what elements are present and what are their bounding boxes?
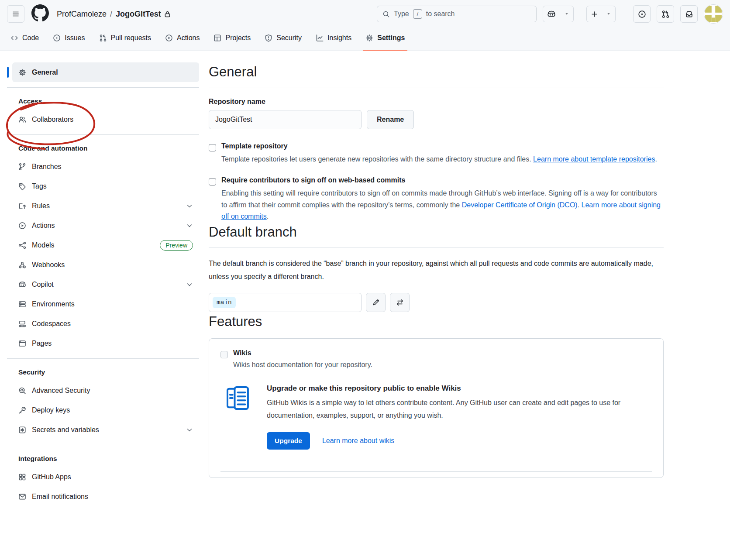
sidebar-item-secrets-and-variables[interactable]: Secrets and variables xyxy=(7,420,199,440)
code-scan-icon xyxy=(18,387,26,395)
default-branch-heading: Default branch xyxy=(209,224,664,247)
pencil-icon xyxy=(372,299,380,306)
gear-icon xyxy=(18,69,26,76)
sidebar-item-rules[interactable]: Rules xyxy=(7,196,199,216)
wikis-setting: Wikis Wikis host documentation for your … xyxy=(220,349,652,371)
sidebar-item-advanced-security[interactable]: Advanced Security xyxy=(7,381,199,400)
description-text: . xyxy=(655,155,657,163)
inbox-button[interactable] xyxy=(680,5,698,23)
tab-settings[interactable]: Settings xyxy=(358,30,412,51)
tab-pull-requests[interactable]: Pull requests xyxy=(92,30,158,51)
tab-actions[interactable]: Actions xyxy=(158,30,207,51)
caret-down-icon xyxy=(606,11,611,17)
sidebar-item-general[interactable]: General xyxy=(7,62,199,82)
hamburger-menu-button[interactable] xyxy=(7,5,24,23)
dco-link[interactable]: Developer Certificate of Origin (DCO) xyxy=(462,201,578,209)
switch-branch-button[interactable] xyxy=(390,293,410,312)
default-branch-field: main xyxy=(209,293,362,312)
sidebar-item-email-notifications[interactable]: Email notifications xyxy=(7,487,199,506)
chevron-down-icon xyxy=(186,203,193,210)
signoff-checkbox[interactable] xyxy=(209,178,216,186)
tab-label: Pull requests xyxy=(111,34,152,42)
slash-key-hint: / xyxy=(413,9,422,19)
webhook-icon xyxy=(18,261,26,269)
breadcrumb: ProfCamoleze / JogoGitTest xyxy=(57,10,171,19)
template-repositories-link[interactable]: Learn more about template repositories xyxy=(533,155,655,163)
wikis-learn-more-link[interactable]: Learn more about wikis xyxy=(322,437,394,445)
tab-label: Actions xyxy=(177,34,200,42)
user-avatar[interactable] xyxy=(704,4,723,24)
repository-name-input[interactable] xyxy=(209,110,362,129)
sidebar-item-environments[interactable]: Environments xyxy=(7,294,199,314)
sidebar-section-code-and-automation: Code and automation xyxy=(7,140,199,157)
search-input[interactable]: Type / to search xyxy=(377,6,537,22)
header-row: ProfCamoleze / JogoGitTest Type / to sea… xyxy=(0,3,730,24)
inbox-icon xyxy=(685,10,693,18)
shield-icon xyxy=(265,34,272,42)
sidebar-item-github-apps[interactable]: GitHub Apps xyxy=(7,467,199,487)
features-card-divider xyxy=(220,471,652,472)
issue-opened-icon xyxy=(638,10,646,18)
rename-branch-button[interactable] xyxy=(366,293,386,312)
codespaces-icon xyxy=(18,320,26,328)
search-placeholder-suffix: to search xyxy=(426,10,455,18)
sidebar-item-actions[interactable]: Actions xyxy=(7,216,199,235)
github-logo[interactable] xyxy=(31,4,49,24)
gear-icon xyxy=(365,34,373,42)
repository-name-label: Repository name xyxy=(209,98,664,106)
rename-button[interactable]: Rename xyxy=(367,110,414,129)
signoff-description: Enabling this setting will require contr… xyxy=(221,188,664,222)
sidebar-divider xyxy=(7,87,199,88)
tab-insights[interactable]: Insights xyxy=(309,30,358,51)
wiki-document-icon xyxy=(222,384,254,412)
sidebar-item-pages[interactable]: Pages xyxy=(7,333,199,353)
tab-label: Insights xyxy=(327,34,351,42)
sidebar-item-models[interactable]: Models Preview xyxy=(7,235,199,255)
copilot-button[interactable] xyxy=(543,6,574,22)
wikis-checkbox[interactable] xyxy=(220,351,228,358)
breadcrumb-repo-label: JogoGitTest xyxy=(116,10,161,19)
copilot-dropdown-caret[interactable] xyxy=(560,6,573,22)
sidebar-item-webhooks[interactable]: Webhooks xyxy=(7,255,199,275)
wikis-upgrade-block: Upgrade or make this repository public t… xyxy=(220,384,652,450)
settings-sidebar: General Access Collaborators Code and au… xyxy=(7,62,199,506)
tab-projects[interactable]: Projects xyxy=(207,30,258,51)
issues-button[interactable] xyxy=(633,5,651,23)
tab-code[interactable]: Code xyxy=(3,30,46,51)
tab-label: Projects xyxy=(225,34,251,42)
sidebar-item-collaborators[interactable]: Collaborators xyxy=(7,110,199,129)
chevron-down-icon xyxy=(186,281,193,288)
sidebar-item-codespaces[interactable]: Codespaces xyxy=(7,314,199,333)
sidebar-item-deploy-keys[interactable]: Deploy keys xyxy=(7,400,199,420)
people-icon xyxy=(18,116,26,124)
create-new-caret[interactable] xyxy=(602,6,615,22)
create-new-button[interactable] xyxy=(586,6,616,22)
sidebar-item-tags[interactable]: Tags xyxy=(7,176,199,196)
template-repository-checkbox[interactable] xyxy=(209,144,216,151)
upgrade-button[interactable]: Upgrade xyxy=(267,432,310,450)
sidebar-item-label: Codespaces xyxy=(32,320,71,328)
tab-label: Code xyxy=(22,34,39,42)
browser-icon xyxy=(18,340,26,347)
key-icon xyxy=(18,406,26,414)
asterisk-box-icon xyxy=(18,426,26,434)
sidebar-section-access: Access xyxy=(7,93,199,110)
default-branch-description: The default branch is considered the “ba… xyxy=(209,257,663,284)
tab-security[interactable]: Security xyxy=(258,30,309,51)
breadcrumb-owner-link[interactable]: ProfCamoleze xyxy=(57,10,107,19)
breadcrumb-repo-link[interactable]: JogoGitTest xyxy=(116,10,171,19)
tab-issues[interactable]: Issues xyxy=(46,30,92,51)
mail-icon xyxy=(18,493,26,501)
repo-tab-bar: Code Issues Pull requests Actions Projec… xyxy=(0,24,730,51)
wikis-description: Wikis host documentation for your reposi… xyxy=(233,359,372,371)
play-icon xyxy=(18,222,26,230)
sidebar-item-copilot[interactable]: Copilot xyxy=(7,275,199,294)
sidebar-item-branches[interactable]: Branches xyxy=(7,157,199,176)
sidebar-item-label: Rules xyxy=(32,202,50,210)
pull-requests-button[interactable] xyxy=(657,5,674,23)
header-divider xyxy=(580,8,580,20)
git-pull-request-icon xyxy=(99,34,107,42)
chevron-down-icon xyxy=(186,426,193,433)
plus-icon xyxy=(591,10,598,18)
sidebar-item-label: Webhooks xyxy=(32,261,65,269)
